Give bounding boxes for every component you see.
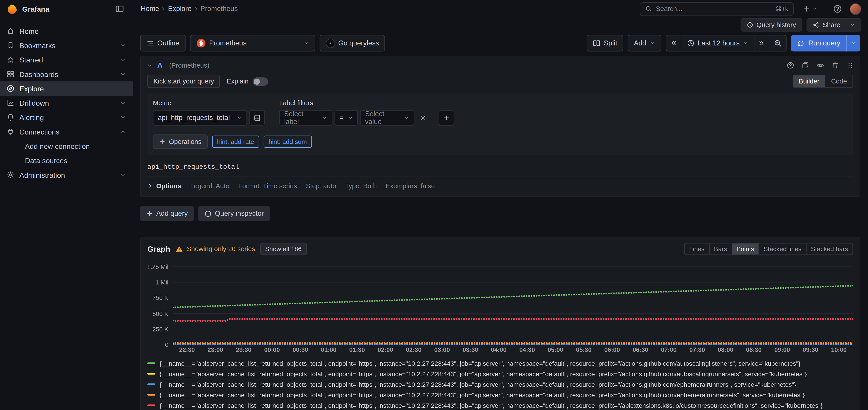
add-query-button[interactable]: Add query: [140, 206, 194, 221]
query-history-button[interactable]: Query history: [740, 19, 802, 32]
search-input[interactable]: [656, 5, 772, 13]
value-select[interactable]: Select value: [360, 110, 414, 126]
style-points-option[interactable]: Points: [732, 243, 759, 254]
x-axis-label: 04:30: [519, 346, 535, 353]
drag-handle-grip-icon[interactable]: [846, 61, 854, 69]
legend-item[interactable]: {__name__="apiserver_cache_list_returned…: [148, 400, 853, 410]
x-axis-label: 01:30: [349, 346, 365, 353]
hint-add-rate-chip[interactable]: hint: add rate: [212, 136, 259, 148]
remove-query-trash-icon[interactable]: [832, 61, 839, 69]
style-lines-option[interactable]: Lines: [685, 243, 709, 254]
search-icon: [645, 6, 652, 12]
add-filter-button[interactable]: [439, 110, 454, 126]
run-query-options-caret[interactable]: [846, 35, 860, 52]
chevron-up-icon[interactable]: [120, 129, 126, 135]
sidebar-item-connections[interactable]: Connections: [0, 125, 133, 139]
toggle-visibility-eye-icon[interactable]: [816, 61, 824, 69]
breadcrumb-home[interactable]: Home: [141, 5, 159, 13]
history-icon: [747, 22, 753, 28]
sidebar-item-explore[interactable]: Explore: [0, 81, 133, 96]
datasource-help-icon[interactable]: [787, 61, 795, 69]
explain-toggle[interactable]: [252, 77, 268, 86]
search-input-box[interactable]: ⌘+k: [640, 2, 794, 16]
legend-item[interactable]: {__name__="apiserver_cache_list_returned…: [148, 389, 853, 400]
style-bars-option[interactable]: Bars: [709, 243, 732, 254]
raw-query-preview: api_http_requests_total: [148, 162, 853, 176]
x-axis-label: 06:30: [633, 346, 648, 353]
go-queryless-button[interactable]: Go queryless: [319, 35, 385, 52]
mode-code-option[interactable]: Code: [825, 75, 852, 87]
collapse-query-chevron-icon[interactable]: [146, 62, 153, 68]
chevron-down-icon[interactable]: [120, 42, 126, 49]
datasource-picker[interactable]: Prometheus: [190, 35, 315, 52]
sidebar-item-administration[interactable]: Administration: [0, 168, 133, 182]
chevron-right-icon: [193, 6, 199, 12]
sidebar-item-bookmarks[interactable]: Bookmarks: [0, 38, 133, 53]
x-axis-label: 05:00: [548, 346, 563, 353]
query-inspector-button[interactable]: Query inspector: [198, 206, 270, 221]
sidebar-item-alerting[interactable]: Alerting: [0, 110, 133, 125]
plus-icon: [146, 210, 153, 217]
duplicate-query-icon[interactable]: [802, 61, 809, 69]
split-button[interactable]: Split: [587, 35, 623, 52]
plus-icon: [443, 114, 450, 121]
graph-plot-area[interactable]: [173, 262, 853, 345]
warning-icon: [175, 245, 184, 253]
style-stacked-lines-option[interactable]: Stacked lines: [759, 243, 806, 254]
label-select[interactable]: Select label: [279, 110, 332, 126]
outline-button[interactable]: Outline: [140, 35, 185, 52]
operator-select[interactable]: =: [335, 110, 358, 126]
chevron-down-icon[interactable]: [120, 71, 126, 77]
graph-legend: {__name__="apiserver_cache_list_returned…: [148, 358, 853, 410]
time-shift-back-button[interactable]: [666, 35, 681, 52]
apps-icon: [7, 70, 14, 78]
hint-add-sum-chip[interactable]: hint: add sum: [264, 136, 312, 148]
kick-start-query-button[interactable]: Kick start your query: [148, 75, 220, 88]
zoom-out-button[interactable]: [769, 35, 787, 52]
user-avatar[interactable]: [849, 3, 861, 15]
operations-button[interactable]: Operations: [153, 135, 208, 149]
metrics-browser-button[interactable]: [249, 110, 265, 126]
time-range-picker[interactable]: Last 12 hours: [680, 35, 755, 52]
sidebar-toggle-button[interactable]: [113, 2, 126, 15]
chevron-down-icon[interactable]: [120, 57, 126, 63]
sidebar-item-label: Connections: [20, 128, 60, 136]
sidebar-item-add-new-connection[interactable]: Add new connection: [0, 139, 133, 153]
options-toggle[interactable]: Options: [148, 182, 182, 190]
metric-select[interactable]: api_http_requests_total: [153, 110, 247, 126]
query-ref-id[interactable]: A: [157, 61, 162, 69]
chevron-down-icon[interactable]: [120, 100, 126, 106]
remove-filter-button[interactable]: [416, 110, 430, 126]
share-button[interactable]: Share: [807, 19, 862, 32]
mode-builder-option[interactable]: Builder: [793, 75, 825, 87]
chevron-down-icon[interactable]: [120, 171, 126, 178]
legend-item[interactable]: {__name__="apiserver_cache_list_returned…: [148, 379, 853, 389]
sidebar-item-data-sources[interactable]: Data sources: [0, 153, 133, 168]
sidebar-item-starred[interactable]: Starred: [0, 53, 133, 67]
x-axis-label: 02:00: [377, 346, 393, 353]
time-shift-forward-button[interactable]: [754, 35, 769, 52]
breadcrumb-explore[interactable]: Explore: [168, 5, 192, 13]
x-axis-label: 08:30: [746, 346, 762, 353]
clock-icon: [686, 39, 694, 47]
style-stacked-bars-option[interactable]: Stacked bars: [806, 243, 852, 254]
grafana-logo-icon[interactable]: [7, 3, 18, 14]
chevron-down-icon[interactable]: [849, 22, 855, 28]
sidebar-item-dashboards[interactable]: Dashboards: [0, 67, 133, 81]
chevron-down-icon[interactable]: [120, 114, 126, 121]
run-query-button[interactable]: Run query: [791, 35, 860, 52]
x-axis-label: 09:00: [774, 346, 790, 353]
legend-item[interactable]: {__name__="apiserver_cache_list_returned…: [148, 369, 853, 379]
add-dropdown-button[interactable]: Add: [628, 35, 661, 52]
sidebar-item-drilldown[interactable]: Drilldown: [0, 96, 133, 110]
app-root: Grafana Home Explore Prometheus ⌘+k: [0, 0, 868, 410]
show-all-series-button[interactable]: Show all 186: [260, 243, 307, 255]
sidebar-item-home[interactable]: Home: [0, 24, 133, 38]
add-query-label: Add query: [156, 210, 188, 217]
legend-item[interactable]: {__name__="apiserver_cache_list_returned…: [148, 358, 853, 369]
graph-style-switch: Lines Bars Points Stacked lines Stacked …: [684, 243, 853, 255]
new-menu-button[interactable]: [800, 2, 819, 15]
help-button[interactable]: [831, 2, 844, 15]
chevron-right-icon: [148, 183, 153, 189]
breadcrumb: Home Explore Prometheus: [141, 5, 238, 13]
